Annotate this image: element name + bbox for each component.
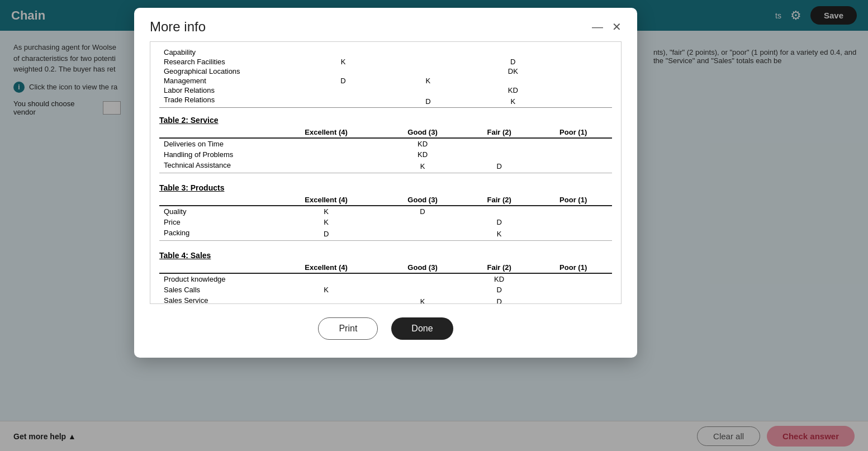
row-label: Technical Assistance: [159, 160, 271, 173]
table-row: Geographical Locations DK: [159, 67, 612, 76]
col-header-poor: Poor (1): [534, 194, 612, 206]
row-label: Handling of Problems: [159, 149, 271, 160]
table4-title: Table 4: Sales: [159, 251, 612, 260]
table-header-row: Excellent (4) Good (3) Fair (2) Poor (1): [159, 194, 612, 206]
modal-title: More info: [150, 19, 206, 35]
col-header-excellent: Excellent (4): [271, 262, 381, 273]
modal-controls: — ✕: [592, 20, 622, 34]
row-label: Capability: [159, 48, 301, 57]
col-header-fair: Fair (2): [464, 127, 534, 138]
table-row: Research Facilities K D: [159, 57, 612, 67]
row-label: Geographical Locations: [159, 67, 301, 76]
col-header-good: Good (3): [381, 194, 464, 206]
table-row: Quality K D: [159, 206, 612, 217]
table-row: Deliveries on Time KD: [159, 138, 612, 149]
service-table: Excellent (4) Good (3) Fair (2) Poor (1)…: [159, 127, 612, 173]
table-row: Labor Relations KD: [159, 86, 612, 95]
row-label: Packing: [159, 227, 271, 241]
table-row: Handling of Problems KD: [159, 149, 612, 160]
table-row: Price K D: [159, 217, 612, 227]
col-header-poor: Poor (1): [534, 127, 612, 138]
row-label: Management: [159, 76, 301, 86]
col-header-good: Good (3): [381, 262, 464, 273]
table-row: Packing D K: [159, 227, 612, 241]
row-label: Sales Calls: [159, 284, 271, 295]
col-header-good: Good (3): [381, 127, 464, 138]
products-table: Excellent (4) Good (3) Fair (2) Poor (1)…: [159, 194, 612, 241]
col-header-excellent: Excellent (4): [271, 194, 381, 206]
table-row: Technical Assistance K D: [159, 160, 612, 173]
row-label: Labor Relations: [159, 86, 301, 95]
table-row: Trade Relations D K: [159, 95, 612, 108]
table-header-row: Excellent (4) Good (3) Fair (2) Poor (1): [159, 127, 612, 138]
table-row: Product knowledge KD: [159, 273, 612, 284]
modal-minimize-button[interactable]: —: [592, 21, 603, 32]
scroll-area[interactable]: Capability Research Facilities K D: [150, 41, 622, 304]
col-header-fair: Fair (2): [464, 194, 534, 206]
table2-title: Table 2: Service: [159, 116, 612, 125]
print-button[interactable]: Print: [318, 317, 378, 340]
table-row: Sales Calls K D: [159, 284, 612, 295]
col-header-poor: Poor (1): [534, 262, 612, 273]
modal-dialog: More info — ✕ Capability Research: [134, 8, 637, 358]
col-header-fair: Fair (2): [464, 262, 534, 273]
done-button[interactable]: Done: [391, 317, 453, 340]
modal-header: More info — ✕: [134, 8, 637, 41]
row-label: Price: [159, 217, 271, 227]
capability-table: Capability Research Facilities K D: [159, 48, 612, 108]
col-header-excellent: Excellent (4): [271, 127, 381, 138]
row-label: Research Facilities: [159, 57, 301, 67]
row-label: Trade Relations: [159, 95, 301, 108]
row-label: Quality: [159, 206, 271, 217]
modal-close-button[interactable]: ✕: [612, 20, 622, 34]
row-label: Sales Service: [159, 295, 271, 304]
table-row: Sales Service K D: [159, 295, 612, 304]
table-row: Management D K: [159, 76, 612, 86]
table-header-row: Excellent (4) Good (3) Fair (2) Poor (1): [159, 262, 612, 273]
modal-body: Capability Research Facilities K D: [134, 41, 637, 304]
row-label: Product knowledge: [159, 273, 271, 284]
row-label: Deliveries on Time: [159, 138, 271, 149]
table3-title: Table 3: Products: [159, 183, 612, 192]
table-row: Capability: [159, 48, 612, 57]
modal-footer: Print Done: [134, 317, 637, 340]
sales-table: Excellent (4) Good (3) Fair (2) Poor (1)…: [159, 262, 612, 304]
